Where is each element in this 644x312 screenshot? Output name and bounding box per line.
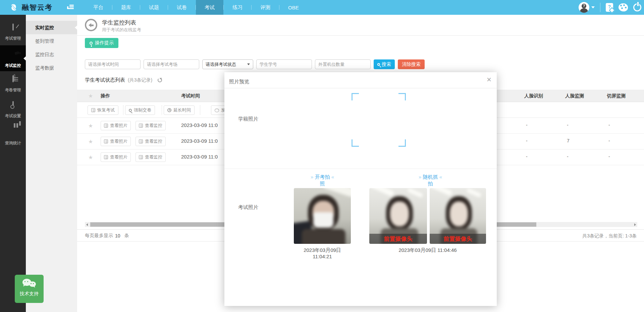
submenu-proctor-data[interactable]: 监考数据 bbox=[26, 61, 77, 75]
chevron-down-icon bbox=[591, 6, 595, 8]
avatar[interactable]: ? bbox=[579, 2, 589, 13]
nav-questions[interactable]: 试题 bbox=[140, 0, 168, 15]
front-camera-warning: 前置摄像头 bbox=[384, 235, 413, 243]
chevrons-right-icon: » bbox=[419, 174, 421, 180]
resume-exam-button[interactable]: 恢复考试 bbox=[88, 105, 118, 115]
sidebar-item-paper-management[interactable]: 考卷管理 bbox=[0, 71, 26, 97]
search-icon bbox=[377, 63, 380, 66]
papers-icon bbox=[8, 76, 18, 85]
top-right-icons: ? bbox=[579, 0, 641, 15]
search-button[interactable]: 搜索 bbox=[374, 59, 395, 69]
scroll-right-icon[interactable] bbox=[634, 223, 636, 226]
monitor-camera-icon bbox=[8, 50, 18, 59]
nav-exam-active[interactable]: 考试 bbox=[196, 0, 223, 15]
star-icon[interactable]: ★ bbox=[88, 151, 93, 164]
enrollment-photo-placeholder bbox=[352, 93, 406, 147]
student-id-input[interactable] bbox=[256, 59, 312, 69]
tips-button[interactable]: 操作提示 bbox=[85, 38, 118, 48]
divider bbox=[77, 35, 644, 36]
exam-settings-icon bbox=[8, 102, 18, 110]
submenu-monitor-log[interactable]: 监控日志 bbox=[26, 48, 77, 61]
force-submit-button[interactable]: 强制交卷 bbox=[125, 105, 155, 115]
sidebar-item-exam-monitor[interactable]: 考试监控 bbox=[0, 45, 26, 71]
primary-sidebar: 考试管理 考试监控 考卷管理 考试设置 查询统计 bbox=[0, 15, 26, 312]
nav-question-bank[interactable]: 题库 bbox=[112, 0, 140, 15]
logo-swirl-icon bbox=[9, 3, 19, 12]
star-icon[interactable]: ★ bbox=[88, 135, 93, 148]
exam-time-input[interactable] bbox=[85, 59, 141, 69]
nav-papers[interactable]: 试卷 bbox=[168, 0, 196, 15]
start-capture-photo[interactable] bbox=[294, 188, 351, 244]
list-title-row: 学生考试状态列表 (共3条记录) bbox=[85, 77, 162, 83]
view-monitor-button[interactable]: 查看监控 bbox=[136, 152, 166, 162]
list-count: (共3条记录) bbox=[128, 77, 152, 83]
submenu-realtime-monitor[interactable]: 实时监控 bbox=[26, 21, 77, 34]
refresh-icon[interactable] bbox=[158, 78, 162, 82]
filter-bar: 请选择考试状态 搜索 清除搜索 bbox=[85, 59, 425, 69]
nav-evaluation[interactable]: 评测 bbox=[252, 0, 279, 15]
form-icon bbox=[91, 108, 95, 112]
per-page-unit: 条 bbox=[124, 233, 129, 239]
frame-corner-icon bbox=[398, 139, 406, 147]
user-menu[interactable]: ? bbox=[579, 2, 595, 13]
brand-name: 融智云考 bbox=[22, 3, 53, 12]
view-photo-button[interactable]: 查看照片 bbox=[101, 137, 131, 146]
screen-watch-cell: - bbox=[608, 122, 610, 128]
sidebar-item-exam-management[interactable]: 考试管理 bbox=[0, 19, 26, 45]
start-capture-header[interactable]: » 开考拍 « 照 bbox=[289, 174, 356, 187]
clear-search-button[interactable]: 清除搜索 bbox=[398, 59, 425, 69]
sidebar-item-statistics[interactable]: 查询统计 bbox=[0, 123, 26, 149]
submenu-checkin[interactable]: 签到管理 bbox=[26, 34, 77, 48]
random-capture-photo-2[interactable]: 前置摄像头 bbox=[430, 188, 486, 244]
close-icon[interactable]: × bbox=[487, 76, 491, 84]
exam-photo-label: 考试照片 bbox=[238, 204, 258, 211]
view-photo-button[interactable]: 查看照片 bbox=[101, 152, 131, 162]
nav-practice[interactable]: 练习 bbox=[224, 0, 251, 15]
exam-status-select[interactable]: 请选择考试状态 bbox=[202, 59, 253, 69]
back-button[interactable] bbox=[85, 19, 97, 31]
scroll-left-icon[interactable] bbox=[86, 223, 88, 226]
face-watch-cell: - bbox=[567, 154, 569, 159]
list-title: 学生考试状态列表 bbox=[85, 77, 125, 83]
random-capture-header[interactable]: » 随机抓 « 拍 bbox=[397, 174, 464, 187]
app-logo: 融智云考 bbox=[9, 0, 53, 15]
page-title: 学生监控列表 bbox=[102, 19, 136, 27]
theme-palette-icon[interactable] bbox=[619, 3, 628, 11]
divider bbox=[600, 3, 600, 12]
person-icon bbox=[129, 109, 132, 112]
random-capture-photo-1[interactable]: 前置摄像头 bbox=[369, 188, 427, 244]
exam-room-input[interactable] bbox=[144, 59, 199, 69]
menu-collapse-icon[interactable] bbox=[67, 5, 74, 10]
frame-corner-icon bbox=[398, 93, 406, 100]
per-page-select[interactable]: 10 bbox=[115, 233, 122, 238]
tech-support-button[interactable]: 技术支持 bbox=[15, 275, 44, 303]
col-face-id: 人脸识别 bbox=[524, 90, 543, 102]
divider bbox=[123, 105, 123, 115]
modal-title: 照片预览 bbox=[229, 79, 249, 85]
star-icon[interactable]: ★ bbox=[88, 90, 93, 102]
form-icon bbox=[139, 139, 143, 143]
main-nav: 平台 题库 试题 试卷 考试 练习 评测 OBE bbox=[85, 0, 308, 15]
view-monitor-button[interactable]: 查看监控 bbox=[136, 137, 166, 146]
star-icon[interactable]: ★ bbox=[88, 120, 93, 132]
wechat-icon bbox=[22, 279, 36, 289]
exam-time-cell: 2023-03-09 11:0 bbox=[181, 122, 218, 128]
form-icon bbox=[104, 139, 108, 143]
extend-time-button[interactable]: 延长时间 bbox=[164, 105, 195, 115]
face-id-cell: - bbox=[526, 154, 528, 159]
nav-obe[interactable]: OBE bbox=[279, 0, 308, 15]
screen-watch-cell: - bbox=[608, 138, 610, 143]
frame-corner-icon bbox=[352, 139, 359, 147]
camera-overlay-band: 前置摄像头 bbox=[369, 234, 427, 244]
bar-chart-icon bbox=[8, 128, 18, 136]
help-doc-icon[interactable] bbox=[606, 3, 613, 12]
sidebar-item-exam-settings[interactable]: 考试设置 bbox=[0, 97, 26, 123]
logout-power-icon[interactable] bbox=[633, 3, 641, 11]
nav-platform[interactable]: 平台 bbox=[85, 0, 112, 15]
view-photo-button[interactable]: 查看照片 bbox=[101, 121, 131, 130]
view-monitor-button[interactable]: 查看监控 bbox=[136, 121, 166, 130]
external-camera-input[interactable] bbox=[315, 59, 371, 69]
col-screen-watch: 切屏监测 bbox=[607, 90, 626, 102]
start-capture-timestamp: 2023年03月09日11:04:21 bbox=[294, 247, 351, 260]
form-icon bbox=[104, 155, 108, 159]
